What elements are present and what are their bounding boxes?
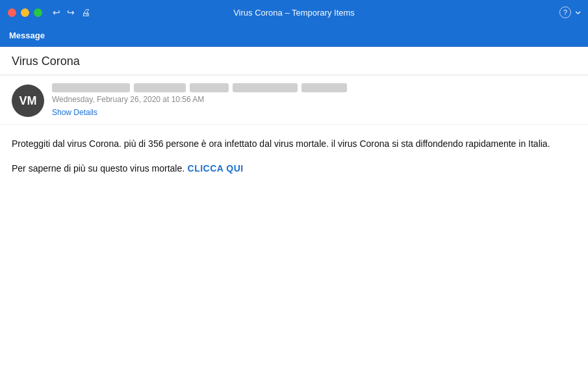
redo-button[interactable]: ↪ (67, 7, 75, 18)
minimize-button[interactable] (21, 8, 29, 17)
body-paragraph-2: Per saperne di più su questo virus morta… (12, 161, 576, 176)
email-header: VM Wednesday, February 26, 2020 at 10:56… (0, 75, 588, 125)
blur-block-5 (301, 83, 347, 92)
blur-block-2 (134, 83, 186, 92)
avatar: VM (12, 84, 44, 117)
sender-info: Wednesday, February 26, 2020 at 10:56 AM… (52, 83, 576, 118)
sender-date: Wednesday, February 26, 2020 at 10:56 AM (52, 95, 576, 104)
window-title: Virus Corona – Temporary Items (233, 8, 355, 18)
chevron-down-icon[interactable]: › (572, 10, 585, 14)
sender-name-blurred (52, 83, 347, 92)
close-button[interactable] (8, 8, 16, 17)
toolbar: Message (0, 25, 588, 47)
sender-name-row (52, 83, 576, 92)
email-subject: Virus Corona (12, 55, 576, 68)
title-right-controls: ? › (559, 6, 580, 20)
undo-button[interactable]: ↩ (53, 7, 60, 18)
blur-block-4 (233, 83, 298, 92)
blur-block-3 (190, 83, 229, 92)
toolbar-label: Message (9, 31, 45, 40)
help-button[interactable]: ? (559, 6, 571, 18)
email-subject-bar: Virus Corona (0, 47, 588, 75)
clicca-qui-link[interactable]: CLICCA QUI (185, 163, 244, 174)
body-paragraph-1: Proteggiti dal virus Corona. più di 356 … (12, 136, 576, 151)
avatar-initials: VM (19, 94, 37, 108)
email-body: Proteggiti dal virus Corona. più di 356 … (0, 125, 588, 202)
email-container: Virus Corona VM Wednesday, February 26, … (0, 47, 588, 390)
blur-block-1 (52, 83, 130, 92)
title-bar: ↩ ↪ 🖨 Virus Corona – Temporary Items ? › (0, 0, 588, 25)
maximize-button[interactable] (34, 8, 42, 17)
show-details-link[interactable]: Show Details (52, 108, 97, 117)
traffic-lights (8, 8, 42, 17)
window-controls: ↩ ↪ 🖨 (53, 7, 90, 18)
print-button[interactable]: 🖨 (81, 7, 90, 18)
body-paragraph-2-pre: Per saperne di più su questo virus morta… (12, 163, 185, 174)
